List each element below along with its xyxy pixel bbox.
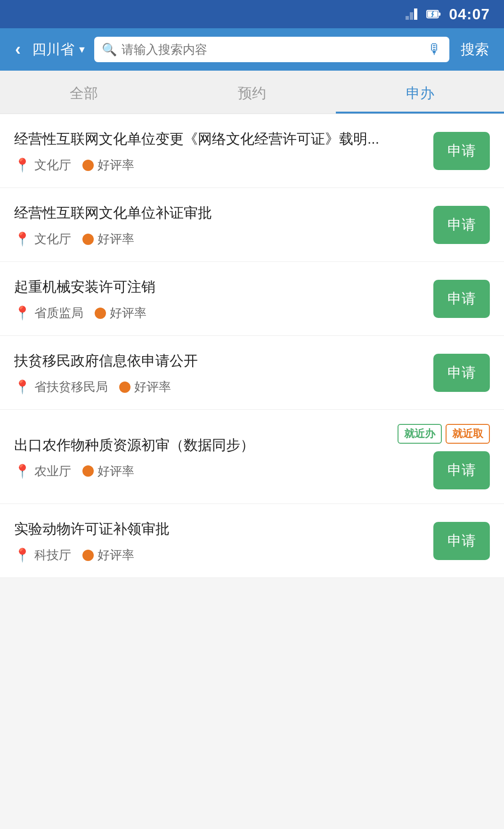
item-content: 经营性互联网文化单位补证审批 📍 文化厅 好评率 [14, 202, 424, 247]
list-item: 出口农作物种质资源初审（数据同步） 📍 农业厅 好评率 就近办就近取 申请 [0, 410, 504, 504]
region-dropdown-icon: ▼ [77, 44, 87, 55]
svg-marker-2 [414, 8, 417, 20]
item-meta: 📍 省扶贫移民局 好评率 [14, 379, 424, 395]
voice-icon[interactable]: 🎙 [428, 41, 442, 57]
apply-button[interactable]: 申请 [433, 522, 490, 560]
region-selector[interactable]: 四川省 ▼ [32, 40, 87, 59]
list-item: 经营性互联网文化单位补证审批 📍 文化厅 好评率 申请 [0, 188, 504, 262]
list-item: 经营性互联网文化单位变更《网络文化经营许可证》载明... 📍 文化厅 好评率 申… [0, 114, 504, 188]
department-label: 科技厅 [34, 547, 71, 563]
item-right: 申请 [433, 354, 490, 392]
item-title: 经营性互联网文化单位变更《网络文化经营许可证》载明... [14, 128, 424, 149]
rating-tag: 好评率 [95, 305, 146, 321]
search-box[interactable]: 🔍 🎙 [94, 37, 449, 62]
rating-dot-icon [95, 308, 106, 319]
list-item: 实验动物许可证补领审批 📍 科技厅 好评率 申请 [0, 504, 504, 578]
back-button[interactable]: ‹ [11, 38, 24, 61]
item-right: 就近办就近取 申请 [398, 424, 490, 489]
items-list: 经营性互联网文化单位变更《网络文化经营许可证》载明... 📍 文化厅 好评率 申… [0, 114, 504, 578]
rating-label: 好评率 [98, 231, 134, 247]
rating-dot-icon [82, 465, 94, 477]
svg-marker-0 [406, 16, 409, 20]
item-meta: 📍 省质监局 好评率 [14, 305, 424, 321]
department-label: 省扶贫移民局 [34, 379, 108, 395]
location-pin-icon: 📍 [14, 379, 31, 395]
item-meta: 📍 文化厅 好评率 [14, 157, 424, 173]
department-tag: 📍 省质监局 [14, 305, 83, 321]
item-title: 经营性互联网文化单位补证审批 [14, 202, 424, 223]
app-header: ‹ 四川省 ▼ 🔍 🎙 搜索 [0, 28, 504, 71]
rating-label: 好评率 [98, 547, 134, 563]
svg-rect-5 [439, 12, 440, 16]
item-meta: 📍 农业厅 好评率 [14, 463, 388, 480]
tabs-container: 全部 预约 申办 [0, 71, 504, 114]
location-pin-icon: 📍 [14, 463, 31, 479]
badges-container: 就近办就近取 [398, 424, 490, 444]
location-pin-icon: 📍 [14, 305, 31, 321]
item-meta: 📍 科技厅 好评率 [14, 547, 424, 563]
rating-dot-icon [82, 160, 94, 171]
item-content: 出口农作物种质资源初审（数据同步） 📍 农业厅 好评率 [14, 434, 388, 480]
apply-button[interactable]: 申请 [433, 132, 490, 170]
item-title: 起重机械安装许可注销 [14, 276, 424, 297]
department-label: 农业厅 [34, 463, 71, 480]
rating-dot-icon [82, 550, 94, 561]
department-tag: 📍 农业厅 [14, 463, 71, 480]
list-item: 起重机械安装许可注销 📍 省质监局 好评率 申请 [0, 262, 504, 336]
item-right: 申请 [433, 206, 490, 244]
rating-dot-icon [119, 382, 130, 393]
badge-orange: 就近取 [446, 424, 490, 444]
status-bar: 04:07 [0, 0, 504, 28]
item-right: 申请 [433, 280, 490, 318]
rating-label: 好评率 [98, 157, 134, 173]
rating-label: 好评率 [98, 463, 134, 480]
rating-label: 好评率 [134, 379, 171, 395]
svg-marker-1 [410, 12, 413, 20]
department-tag: 📍 科技厅 [14, 547, 71, 563]
location-pin-icon: 📍 [14, 547, 31, 563]
battery-icon [426, 8, 441, 20]
item-content: 扶贫移民政府信息依申请公开 📍 省扶贫移民局 好评率 [14, 350, 424, 395]
tab-reservation[interactable]: 预约 [168, 71, 336, 114]
item-title: 出口农作物种质资源初审（数据同步） [14, 434, 388, 455]
item-title: 扶贫移民政府信息依申请公开 [14, 350, 424, 371]
rating-tag: 好评率 [82, 547, 134, 563]
location-pin-icon: 📍 [14, 157, 31, 173]
region-label: 四川省 [32, 40, 74, 59]
apply-button[interactable]: 申请 [433, 206, 490, 244]
department-tag: 📍 省扶贫移民局 [14, 379, 108, 395]
list-item: 扶贫移民政府信息依申请公开 📍 省扶贫移民局 好评率 申请 [0, 336, 504, 410]
rating-tag: 好评率 [82, 231, 134, 247]
item-content: 实验动物许可证补领审批 📍 科技厅 好评率 [14, 518, 424, 563]
rating-tag: 好评率 [82, 463, 134, 480]
item-content: 起重机械安装许可注销 📍 省质监局 好评率 [14, 276, 424, 321]
department-tag: 📍 文化厅 [14, 231, 71, 247]
search-icon: 🔍 [102, 42, 117, 57]
search-button[interactable]: 搜索 [457, 38, 493, 61]
item-meta: 📍 文化厅 好评率 [14, 231, 424, 247]
department-label: 文化厅 [34, 157, 71, 173]
department-label: 省质监局 [34, 305, 83, 321]
rating-label: 好评率 [110, 305, 146, 321]
tab-all[interactable]: 全部 [0, 71, 168, 114]
tab-apply[interactable]: 申办 [336, 71, 504, 114]
department-tag: 📍 文化厅 [14, 157, 71, 173]
badge-green: 就近办 [398, 424, 442, 444]
rating-tag: 好评率 [119, 379, 171, 395]
apply-button[interactable]: 申请 [433, 280, 490, 318]
item-right: 申请 [433, 132, 490, 170]
status-time: 04:07 [449, 6, 490, 23]
item-content: 经营性互联网文化单位变更《网络文化经营许可证》载明... 📍 文化厅 好评率 [14, 128, 424, 173]
rating-dot-icon [82, 234, 94, 245]
rating-tag: 好评率 [82, 157, 134, 173]
apply-button[interactable]: 申请 [433, 451, 490, 489]
item-right: 申请 [433, 522, 490, 560]
department-label: 文化厅 [34, 231, 71, 247]
location-pin-icon: 📍 [14, 231, 31, 247]
apply-button[interactable]: 申请 [433, 354, 490, 392]
signal-icon [406, 8, 419, 20]
search-input[interactable] [122, 42, 423, 57]
item-title: 实验动物许可证补领审批 [14, 518, 424, 539]
